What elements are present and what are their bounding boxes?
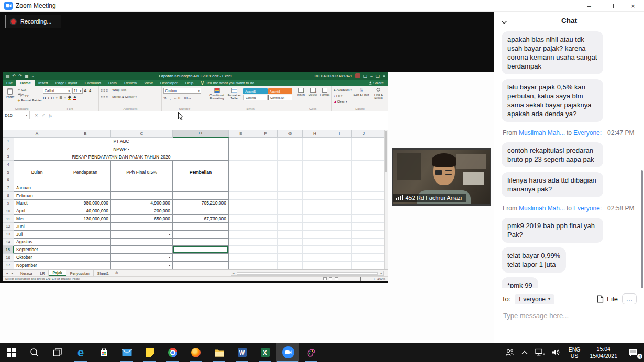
cell-A11[interactable]: Mei	[14, 215, 60, 223]
row-header-4[interactable]: 4	[3, 161, 14, 168]
normal-view-icon[interactable]	[323, 277, 327, 280]
cell-B7[interactable]	[60, 184, 111, 192]
col-header-I[interactable]: I	[327, 130, 352, 138]
wrap-text-button[interactable]: Wrap Text	[112, 88, 126, 93]
cell-F4[interactable]	[253, 161, 278, 168]
col-header-C[interactable]: C	[111, 130, 173, 138]
grid-select-all-corner[interactable]	[3, 130, 14, 138]
row-header-10[interactable]: 10	[3, 207, 14, 215]
excel-vertical-scrollbar[interactable]	[384, 130, 388, 269]
network-icon[interactable]	[531, 343, 548, 362]
cell-H13[interactable]	[303, 231, 327, 239]
cell-F14[interactable]	[253, 239, 278, 246]
cell-D11[interactable]: 67,730,000	[173, 215, 229, 223]
cell-D17[interactable]	[173, 262, 229, 269]
cell-A16[interactable]: Oktober	[14, 254, 60, 262]
copy-button[interactable]: Copy	[18, 93, 42, 98]
taskbar-excel[interactable]: X	[253, 343, 276, 362]
cell-C15[interactable]: -	[111, 246, 173, 254]
cell-H12[interactable]	[303, 223, 327, 231]
fill-button[interactable]: ↓Fill▾	[334, 94, 352, 98]
menu-tab-developer[interactable]: Developer	[157, 80, 182, 86]
cell-F10[interactable]	[253, 207, 278, 215]
cell-G13[interactable]	[278, 231, 303, 239]
taskbar-search[interactable]	[23, 343, 46, 362]
cell-J16[interactable]	[352, 254, 376, 262]
cell-F2[interactable]	[253, 145, 278, 153]
taskbar-zoom[interactable]	[276, 343, 299, 362]
cell-B14[interactable]	[60, 239, 111, 246]
chat-sender[interactable]: Muslimah Mah...	[519, 205, 565, 212]
ribbon-display-icon[interactable]: ▢	[363, 74, 368, 78]
row-header-12[interactable]: 12	[3, 223, 14, 231]
cell-J6[interactable]	[352, 176, 376, 184]
cell-C10[interactable]: 200,000	[111, 207, 173, 215]
cell-I9[interactable]	[327, 200, 352, 208]
format-as-table-button[interactable]: Format as Table	[226, 88, 242, 100]
cell-E17[interactable]	[229, 262, 253, 269]
col-header-J[interactable]: J	[352, 130, 376, 138]
save-icon[interactable]: ▤	[6, 74, 10, 78]
taskbar-task-view[interactable]	[46, 343, 69, 362]
cell-F11[interactable]	[253, 215, 278, 223]
cell-B17[interactable]	[60, 262, 111, 269]
cell-C11[interactable]: 650,000	[111, 215, 173, 223]
col-header-B[interactable]: B	[60, 130, 111, 138]
cell-E15[interactable]	[229, 246, 253, 254]
cell-J12[interactable]	[352, 223, 376, 231]
conditional-formatting-button[interactable]: Conditional Formatting	[209, 88, 225, 100]
cell-D16[interactable]	[173, 254, 229, 262]
cell-F3[interactable]	[253, 153, 278, 161]
cell-D5[interactable]: Pembelian	[173, 168, 229, 176]
cell-J3[interactable]	[352, 153, 376, 161]
font-color-icon[interactable]: A	[73, 95, 76, 100]
taskbar-mail[interactable]	[115, 343, 138, 362]
cell-D6[interactable]	[173, 176, 229, 184]
sheet-next-icon[interactable]: ►	[11, 272, 14, 275]
cell-I7[interactable]	[327, 184, 352, 192]
cell-A17[interactable]: Nopember	[14, 262, 60, 269]
cell-F17[interactable]	[253, 262, 278, 269]
cell-E13[interactable]	[229, 231, 253, 239]
cell-I16[interactable]	[327, 254, 352, 262]
cell-C4[interactable]	[111, 161, 173, 168]
cell-E10[interactable]	[229, 207, 253, 215]
chevron-up-icon[interactable]	[518, 343, 531, 362]
excel-share-button[interactable]: Share	[369, 80, 388, 86]
cell-F8[interactable]	[253, 192, 278, 200]
redo-icon[interactable]: ↷	[18, 74, 22, 78]
sheet-tab-penyusutan[interactable]: Penyusutan	[66, 270, 94, 276]
excel-minimize-icon[interactable]: –	[370, 74, 372, 78]
menu-tab-page-layout[interactable]: Page Layout	[52, 80, 81, 86]
cell-E4[interactable]	[229, 161, 253, 168]
cell-G8[interactable]	[278, 192, 303, 200]
cell-A2[interactable]: NPWP -	[14, 145, 229, 153]
cell-H10[interactable]	[303, 207, 327, 215]
italic-button[interactable]: I	[48, 96, 49, 100]
underline-button[interactable]: U	[51, 96, 54, 100]
qat-caret-icon[interactable]: ⌄	[31, 74, 35, 78]
cell-J10[interactable]	[352, 207, 376, 215]
cell-G10[interactable]	[278, 207, 303, 215]
menu-tab-file[interactable]: File	[3, 80, 16, 86]
fill-color-icon[interactable]: ◆	[68, 95, 71, 100]
cell-H17[interactable]	[303, 262, 327, 269]
menu-tab-formulas[interactable]: Formulas	[81, 80, 105, 86]
comma-style-icon[interactable]: ,	[170, 96, 171, 100]
cancel-icon[interactable]: ✕	[35, 113, 38, 118]
cell-I6[interactable]	[327, 176, 352, 184]
cell-H7[interactable]	[303, 184, 327, 192]
chat-input[interactable]: Type message here...	[502, 312, 637, 320]
cell-J9[interactable]	[352, 200, 376, 208]
cell-A9[interactable]: Maret	[14, 200, 60, 208]
col-header-G[interactable]: G	[278, 130, 303, 138]
format-painter-button[interactable]: ◆Format Painter	[18, 98, 42, 103]
col-header-E[interactable]: E	[229, 130, 253, 138]
row-header-5[interactable]: 5	[3, 168, 14, 176]
add-sheet-icon[interactable]: ⊕	[113, 270, 120, 276]
minimize-button[interactable]: –	[578, 0, 600, 12]
notification-icon[interactable]: 4	[622, 343, 644, 362]
cell-A3[interactable]: REKAP PENDAPATAN DAN PAJAK TAHUN 2020	[14, 153, 229, 161]
chevron-down-icon[interactable]	[501, 17, 507, 27]
cell-B8[interactable]	[60, 192, 111, 200]
